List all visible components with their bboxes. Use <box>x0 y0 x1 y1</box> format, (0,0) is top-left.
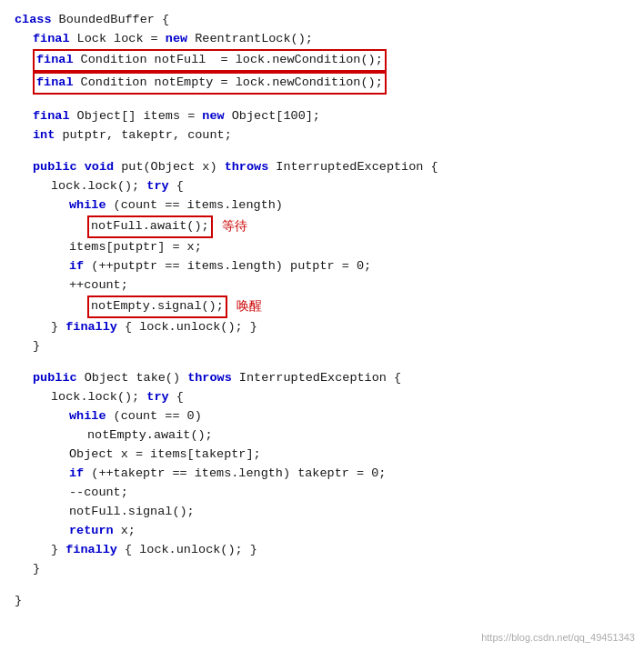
text: Lock lock = <box>77 30 166 49</box>
text: (++takeptr == items.length) takeptr = 0; <box>91 465 386 484</box>
code-line: if (++putptr == items.length) putptr = 0… <box>69 257 629 276</box>
keyword: final <box>36 53 81 66</box>
code-line: } <box>33 560 629 579</box>
keyword: finally <box>65 541 125 560</box>
code-line-notfull-await: notFull.await();等待 <box>87 215 629 238</box>
text: { lock.unlock(); } <box>125 318 257 337</box>
watermark: https://blog.csdn.net/qq_49451343 <box>481 630 635 646</box>
text: x; <box>121 522 136 541</box>
blank-line <box>15 95 629 107</box>
text: notFull.signal(); <box>69 503 195 522</box>
text: Object x = items[takeptr]; <box>69 446 261 465</box>
code-line: lock.lock(); try { <box>51 388 629 407</box>
keyword: int <box>33 126 62 145</box>
keyword: return <box>69 522 121 541</box>
code-line: return x; <box>69 522 629 541</box>
text: } <box>51 541 65 560</box>
text: notEmpty.signal(); <box>91 299 224 313</box>
text: BoundedBuffer { <box>59 11 170 30</box>
text: notFull.await(); <box>91 219 209 233</box>
code-line-notempty: final Condition notEmpty = lock.newCondi… <box>33 72 629 95</box>
text: } <box>51 318 65 337</box>
code-line: } <box>15 592 629 611</box>
keyword: while <box>69 407 114 426</box>
keyword: new <box>166 30 195 49</box>
text: } <box>33 337 40 356</box>
code-line: class BoundedBuffer { <box>15 11 629 30</box>
code-line: } <box>33 337 629 356</box>
text: (++putptr == items.length) putptr = 0; <box>91 257 371 276</box>
code-line: lock.lock(); try { <box>51 177 629 196</box>
code-line: public void put(Object x) throws Interru… <box>33 158 629 177</box>
blank-line <box>15 356 629 369</box>
text: InterruptedException { <box>276 158 438 177</box>
text: InterruptedException { <box>239 369 401 388</box>
code-line: while (count == items.length) <box>69 196 629 215</box>
text: putptr, takeptr, count; <box>62 126 231 145</box>
code-line: if (++takeptr == items.length) takeptr =… <box>69 465 629 484</box>
text: } <box>33 560 40 579</box>
text: ++count; <box>69 276 128 295</box>
text: (count == 0) <box>114 407 202 426</box>
keyword: finally <box>65 318 125 337</box>
text: put(Object x) <box>121 158 224 177</box>
text: Object take() <box>85 369 187 388</box>
keyword: public <box>33 369 85 388</box>
code-line: --count; <box>69 484 629 503</box>
text: Condition notFull = lock.newCondition(); <box>81 53 383 66</box>
code-line: notFull.signal(); <box>69 503 629 522</box>
keyword: final <box>33 107 77 126</box>
text: --count; <box>69 484 128 503</box>
text: notEmpty.await(); <box>87 426 213 446</box>
keyword: class <box>15 11 59 30</box>
keyword: try <box>146 177 176 196</box>
keyword: final <box>36 75 81 89</box>
keyword: while <box>69 196 114 215</box>
highlight-notfull-await: notFull.await(); <box>87 215 213 238</box>
text: Condition notEmpty = lock.newCondition()… <box>81 75 383 89</box>
code-line: notEmpty.await(); <box>87 426 629 446</box>
code-line-notempty-signal: notEmpty.signal();唤醒 <box>87 295 629 318</box>
text: { lock.unlock(); } <box>125 541 257 560</box>
label-dengdai: 等待 <box>222 216 247 236</box>
code-line: public Object take() throws InterruptedE… <box>33 369 629 388</box>
blank-line <box>15 145 629 158</box>
code-line: items[putptr] = x; <box>69 238 629 257</box>
code-line: int putptr, takeptr, count; <box>33 126 629 145</box>
keyword: if <box>69 465 91 484</box>
keyword: final <box>33 30 77 49</box>
text: { <box>176 177 184 196</box>
text: Object[] items = <box>77 107 203 126</box>
text: lock.lock(); <box>51 177 146 196</box>
highlight-notempty: final Condition notEmpty = lock.newCondi… <box>33 72 387 95</box>
keyword: throws <box>225 158 277 177</box>
label-huanxing: 唤醒 <box>236 296 262 316</box>
code-line: final Object[] items = new Object[100]; <box>33 107 629 126</box>
blank-line <box>15 579 629 592</box>
code-line: Object x = items[takeptr]; <box>69 446 629 465</box>
keyword: try <box>146 388 176 407</box>
highlight-notfull: final Condition notFull = lock.newCondit… <box>33 49 387 72</box>
keyword: public void <box>33 158 121 177</box>
code-container: class BoundedBuffer { final Lock lock = … <box>0 0 644 651</box>
code-line: while (count == 0) <box>69 407 629 426</box>
keyword: new <box>202 107 231 126</box>
text: Object[100]; <box>232 107 320 126</box>
text: ReentrantLock(); <box>195 30 313 49</box>
code-line: ++count; <box>69 276 629 295</box>
text: } <box>15 592 22 611</box>
text: { <box>176 388 184 407</box>
keyword: throws <box>187 369 239 388</box>
code-line: } finally { lock.unlock(); } <box>51 541 629 560</box>
highlight-notempty-signal: notEmpty.signal(); <box>87 295 227 318</box>
text: items[putptr] = x; <box>69 238 202 257</box>
code-line: final Lock lock = new ReentrantLock(); <box>33 30 629 49</box>
text: lock.lock(); <box>51 388 146 407</box>
keyword: if <box>69 257 91 276</box>
text: (count == items.length) <box>114 196 283 215</box>
code-line: } finally { lock.unlock(); } <box>51 318 629 337</box>
code-line-notfull: final Condition notFull = lock.newCondit… <box>33 49 629 72</box>
